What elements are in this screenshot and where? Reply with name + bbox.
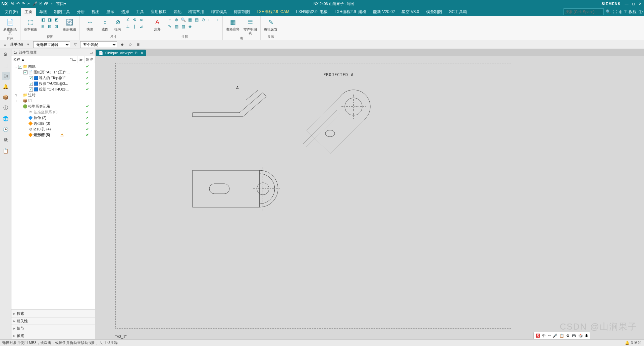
annot-btn-9[interactable]: ✎ xyxy=(167,23,173,30)
accordion-preview[interactable]: ▸预览 xyxy=(11,332,95,339)
navigator-close-icon[interactable]: ▭ xyxy=(90,50,93,55)
tree-node[interactable]: ⊙Ø10 孔 (4)✔ xyxy=(11,126,95,132)
view-btn-3[interactable]: ◩ xyxy=(53,17,59,23)
view-btn-1[interactable]: ◧ xyxy=(40,17,46,23)
edit-settings-button[interactable]: ✎编辑设置 xyxy=(263,17,279,32)
assembly-filter-combo[interactable]: 整个装配 xyxy=(80,41,117,48)
cut-icon[interactable]: ✂ xyxy=(27,1,31,6)
col-note[interactable]: 附注 xyxy=(85,56,95,63)
maximize-button[interactable]: ◻ xyxy=(631,2,636,6)
target-icon[interactable]: ◎ xyxy=(619,9,622,14)
tree-node[interactable]: ✔🟦投影 "ORTHO@...✔ xyxy=(11,86,95,92)
tree-node[interactable]: 🔷拉伸 (2)✔ xyxy=(11,115,95,121)
rail-bell-icon[interactable]: 🔔 xyxy=(2,82,10,91)
window-menu[interactable]: 窗口▾ xyxy=(56,1,66,7)
swap-icon[interactable]: ↔ xyxy=(50,1,54,6)
accordion-detail[interactable]: ▸细节 xyxy=(11,325,95,332)
menu-label[interactable]: 菜单(M) xyxy=(10,42,23,47)
ime-toolbar[interactable]: S 中 ✏ 🎤 📋 ⚙ 🎮 🎲 ✱ xyxy=(533,332,590,339)
tree-node[interactable]: ⚑基准坐标系 (0)✔ xyxy=(11,109,95,115)
annot-btn-3[interactable]: 🔍 xyxy=(180,17,186,23)
tree-node[interactable]: -🟢模型历史记录✔ xyxy=(11,104,95,109)
radial-dim-button[interactable]: ⊘径向 xyxy=(112,17,123,32)
annot-btn-4[interactable]: ▦ xyxy=(187,17,193,23)
annot-btn-10[interactable]: ▨ xyxy=(173,23,179,30)
tree-node[interactable]: -✔📄图纸页 "A3_1" (工作...✔ xyxy=(11,69,95,75)
tree-node[interactable]: ?📁过时 xyxy=(11,92,95,98)
filter-icon[interactable]: ▽ xyxy=(72,42,78,48)
new-sheet-button[interactable]: 📄新建图纸页 xyxy=(2,17,18,36)
ime-game-icon[interactable]: 🎮 xyxy=(572,334,576,338)
col-name[interactable]: 名称 ▲ xyxy=(11,56,68,63)
filter-tool-1[interactable]: ◆ xyxy=(119,42,125,48)
rail-gear-icon[interactable]: ⚙ xyxy=(2,50,10,58)
dim-btn-1[interactable]: ∠ xyxy=(125,17,131,23)
search-input[interactable] xyxy=(564,8,604,15)
save-icon[interactable]: 🖫 xyxy=(10,1,14,6)
menu-tab[interactable]: LXH编程2.9_建模 xyxy=(331,8,370,16)
view-btn-2[interactable]: ◨ xyxy=(47,17,53,23)
redo-icon[interactable]: ↷ xyxy=(22,1,25,6)
parts-list-button[interactable]: ☰零件明细表 xyxy=(242,17,258,36)
annot-btn-2[interactable]: ⊕ xyxy=(173,17,179,23)
menu-hamburger-icon[interactable]: ≡ xyxy=(2,42,8,48)
drawing-canvas[interactable]: "A3_1" PROJECTED A A xyxy=(95,56,644,339)
close-button[interactable]: ✕ xyxy=(637,2,643,6)
view-btn-5[interactable]: ⊟ xyxy=(47,23,53,30)
filter-tool-3[interactable]: ⊞ xyxy=(135,42,141,48)
menu-tab[interactable]: 视图 xyxy=(88,8,103,16)
ime-mic-icon[interactable]: 🎤 xyxy=(553,334,557,338)
menu-tab[interactable]: 星空 V8.0 xyxy=(398,8,422,16)
search-icon[interactable]: 🔍 xyxy=(606,9,611,14)
annot-btn-6[interactable]: ⊙ xyxy=(200,17,206,23)
filter-dropdown-icon[interactable]: ▾ xyxy=(25,42,31,48)
minimize-button[interactable]: — xyxy=(624,2,629,6)
help-icon[interactable]: ? xyxy=(624,9,627,14)
menu-tab[interactable]: 制图工具 xyxy=(51,8,73,16)
tree-node[interactable]: ✔🟦导入的 "Top@1"✔ xyxy=(11,75,95,81)
copy-icon[interactable]: ⎘ xyxy=(40,1,42,6)
accordion-dependency[interactable]: ▸相关性 xyxy=(11,317,95,325)
tree-node[interactable]: +📦组 xyxy=(11,98,95,104)
note-button[interactable]: A注释 xyxy=(149,17,165,32)
menu-tab[interactable]: 装配 xyxy=(170,8,185,16)
ime-logo-icon[interactable]: S xyxy=(536,334,540,338)
ime-lang[interactable]: 中 xyxy=(542,333,546,338)
menu-tab[interactable]: LXH编程2.9_CAM xyxy=(253,8,292,16)
menu-tab[interactable]: 草图 xyxy=(36,8,51,16)
menu-tab[interactable]: 工具 xyxy=(132,8,147,16)
mic-icon[interactable]: 🎤 xyxy=(33,1,38,6)
menu-tab[interactable]: GC工具箱 xyxy=(445,8,470,16)
tree-node[interactable]: 🔶边倒圆 (3)✔ xyxy=(11,121,95,126)
accordion-search[interactable]: ▸搜索 xyxy=(11,310,95,317)
linear-dim-button[interactable]: ↕线性 xyxy=(99,17,111,32)
col-last[interactable]: 最 xyxy=(78,56,85,63)
dim-btn-4[interactable]: ⊥ xyxy=(125,23,131,30)
menu-tab[interactable]: 主页 xyxy=(21,8,36,16)
dim-btn-5[interactable]: ∥ xyxy=(131,23,138,30)
undo-icon[interactable]: ↶ xyxy=(16,1,20,6)
document-tab[interactable]: 📄 Oblique_view.prt 🗋 ✕ xyxy=(96,50,146,56)
rail-info-icon[interactable]: ⓘ xyxy=(2,104,10,112)
rail-part-nav-icon[interactable]: 🗂 xyxy=(2,72,10,80)
selection-filter-combo[interactable]: 无选择过滤器 xyxy=(33,41,70,48)
rail-cube-icon[interactable]: ⬚ xyxy=(2,61,10,69)
menu-tab[interactable]: 梅雷常用 xyxy=(185,8,208,16)
dim-btn-3[interactable]: ≋ xyxy=(138,17,144,23)
base-view-button[interactable]: ⬚基本视图 xyxy=(22,17,39,32)
ime-gear-icon[interactable]: ⚙ xyxy=(566,334,570,338)
tree-node[interactable]: ✔🟦投影 "AUXIL@3...✔ xyxy=(11,81,95,86)
tutorial-link[interactable]: 教程 xyxy=(629,9,637,15)
dim-btn-2[interactable]: ⟲ xyxy=(131,17,138,23)
view-btn-6[interactable]: ⊡ xyxy=(53,23,59,30)
menu-tab[interactable]: 分析 xyxy=(73,8,88,16)
annot-btn-5[interactable]: ▤ xyxy=(194,17,200,23)
table-note-button[interactable]: ▦表格注释 xyxy=(225,17,241,32)
menu-tab[interactable]: 显示 xyxy=(103,8,118,16)
tab-close-icon[interactable]: ✕ xyxy=(140,51,143,55)
annot-btn-11[interactable]: ▧ xyxy=(180,23,186,30)
menu-tab[interactable]: 选择 xyxy=(118,8,132,16)
ime-more-icon[interactable]: ✱ xyxy=(585,334,588,338)
ime-clip-icon[interactable]: 📋 xyxy=(559,334,564,338)
rail-box-icon[interactable]: 📦 xyxy=(2,93,10,101)
